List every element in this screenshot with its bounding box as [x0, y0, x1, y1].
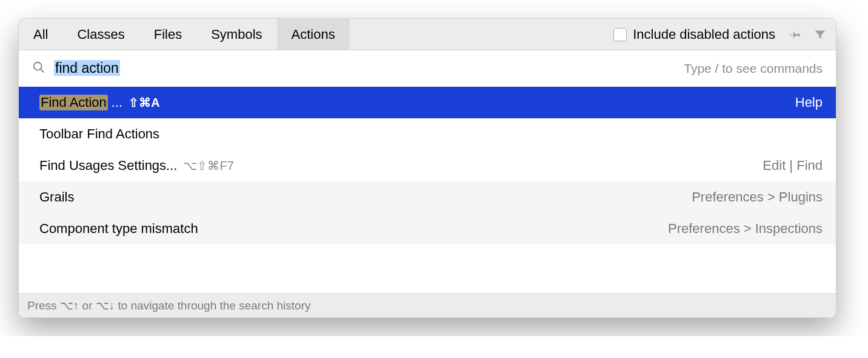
result-highlight: Find Action: [39, 95, 108, 110]
result-item-grails[interactable]: Grails Preferences > Plugins: [19, 181, 836, 213]
tab-all[interactable]: All: [19, 19, 62, 50]
tab-actions[interactable]: Actions: [277, 19, 350, 50]
result-item-find-usages-settings[interactable]: Find Usages Settings... ⌥⇧⌘F7 Edit | Fin…: [19, 150, 836, 181]
results-list: Find Action... ⇧⌘A Help Toolbar Find Act…: [19, 87, 836, 245]
result-label: Component type mismatch: [39, 221, 198, 237]
svg-line-1: [41, 69, 44, 72]
result-path: Preferences > Plugins: [692, 189, 823, 205]
result-shortcut: ⌥⇧⌘F7: [183, 158, 233, 173]
include-disabled-checkbox[interactable]: Include disabled actions: [613, 27, 775, 42]
result-shortcut: ⇧⌘A: [129, 95, 159, 110]
result-item-find-action[interactable]: Find Action... ⇧⌘A Help: [19, 87, 836, 118]
search-hint: Type / to see commands: [684, 61, 823, 76]
result-item-component-type-mismatch[interactable]: Component type mismatch Preferences > In…: [19, 213, 836, 245]
footer-text: Press ⌥↑ or ⌥↓ to navigate through the s…: [27, 299, 311, 312]
checkbox-box[interactable]: [613, 28, 627, 41]
footer-hint: Press ⌥↑ or ⌥↓ to navigate through the s…: [19, 293, 836, 317]
pin-icon[interactable]: [787, 25, 805, 44]
result-item-toolbar-find-actions[interactable]: Toolbar Find Actions: [19, 118, 836, 150]
search-everywhere-popup: All Classes Files Symbols Actions Includ…: [18, 18, 836, 318]
tab-bar: All Classes Files Symbols Actions Includ…: [19, 19, 836, 50]
result-label: Toolbar Find Actions: [39, 126, 159, 142]
tab-symbols[interactable]: Symbols: [196, 19, 276, 50]
search-input[interactable]: find action: [54, 60, 120, 76]
result-suffix: ...: [112, 95, 122, 110]
search-row: find action Type / to see commands: [19, 50, 836, 87]
svg-point-0: [34, 62, 42, 70]
search-input-text: find action: [54, 60, 120, 76]
result-path: Help: [795, 95, 823, 110]
results-empty-space: [19, 245, 836, 293]
result-label: Find Usages Settings...: [39, 158, 177, 174]
filter-icon[interactable]: [811, 25, 829, 44]
result-path: Edit | Find: [763, 158, 823, 174]
result-label: Grails: [39, 189, 74, 205]
tab-files[interactable]: Files: [139, 19, 196, 50]
checkbox-label: Include disabled actions: [633, 27, 775, 42]
tab-classes[interactable]: Classes: [62, 19, 139, 50]
search-icon: [32, 61, 45, 76]
result-path: Preferences > Inspections: [668, 221, 823, 237]
